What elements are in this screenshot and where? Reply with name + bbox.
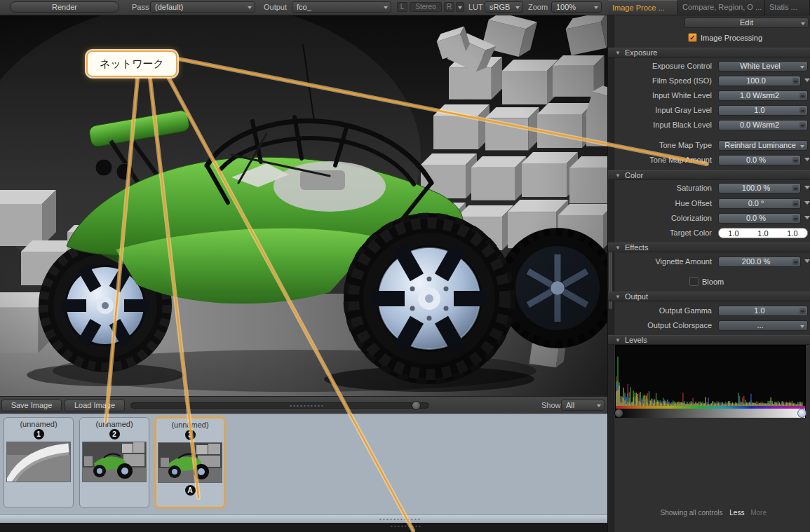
- bloom-checkbox[interactable]: [689, 277, 698, 286]
- saturation-field[interactable]: 100.0 % ◂▸: [718, 183, 801, 193]
- render-button[interactable]: Render: [10, 1, 119, 13]
- tone-map-amount-field[interactable]: 0.0 % ◂▸: [718, 155, 801, 165]
- stereo-options-arrow-button[interactable]: [456, 2, 464, 12]
- section-title: Exposure: [625, 48, 657, 57]
- thumbnail-1[interactable]: (unnamed) 1: [4, 417, 74, 508]
- target-color-r: 1.0: [728, 229, 738, 238]
- thumbnail-2[interactable]: (unnamed) 2: [79, 417, 149, 508]
- saturation-menu-arrow-icon[interactable]: [804, 186, 810, 189]
- value-spinner-icon[interactable]: ◂▸: [792, 200, 799, 207]
- image-processing-toggle-row: ✓ Image Processing: [614, 33, 807, 43]
- thumbnail-name: (unnamed): [95, 420, 133, 428]
- thumbnail-preview: [6, 442, 71, 482]
- preview-scrollbar-handle[interactable]: [412, 401, 421, 410]
- bloom-label: Bloom: [702, 278, 724, 286]
- edit-dropdown[interactable]: Edit: [684, 18, 809, 28]
- colorization-field[interactable]: 0.0 % ◂▸: [718, 213, 801, 224]
- vignette-amount-field[interactable]: 200.0 % ◂▸: [718, 257, 801, 267]
- vignette-amount-menu-arrow-icon[interactable]: [804, 259, 810, 263]
- value-spinner-icon[interactable]: ◂▸: [792, 157, 799, 163]
- output-dropdown[interactable]: fco_: [292, 1, 391, 13]
- target-color-field[interactable]: 1.0 1.0 1.0: [718, 228, 808, 238]
- show-filter-value: All: [566, 401, 574, 409]
- stereo-button[interactable]: Stereo: [410, 2, 442, 12]
- value-spinner-icon[interactable]: ◂▸: [799, 308, 806, 314]
- save-image-button[interactable]: Save Image: [1, 400, 62, 411]
- colorization-menu-arrow-icon[interactable]: [804, 216, 810, 219]
- section-levels[interactable]: ▼ Levels: [608, 335, 810, 345]
- section-exposure[interactable]: ▼ Exposure: [608, 48, 810, 57]
- less-link[interactable]: Less: [729, 509, 744, 517]
- colorization-row: Colorization 0.0 % ◂▸: [614, 213, 807, 224]
- value-spinner-icon[interactable]: ◂▸: [792, 215, 799, 221]
- input-black-field[interactable]: 0.0 W/srm2 ◂▸: [718, 120, 808, 130]
- tone-map-type-dropdown[interactable]: Reinhard Luminance: [718, 140, 808, 151]
- image-processing-checkbox[interactable]: ✓: [688, 33, 697, 42]
- annotation-callout: ネットワーク: [86, 50, 177, 77]
- input-white-field[interactable]: 1.0 W/srm2 ◂▸: [718, 90, 808, 101]
- chevron-down-icon: [800, 325, 804, 328]
- tone-map-amount-value: 0.0 %: [746, 156, 766, 164]
- input-gray-row: Input Gray Level 1.0 ◂▸: [614, 105, 807, 116]
- tab-statistics[interactable]: Statis ...: [765, 0, 810, 15]
- tab-compare-region[interactable]: Compare, Region, O ...: [678, 0, 765, 15]
- exposure-control-row: Exposure Control White Level: [614, 61, 807, 72]
- film-speed-field[interactable]: 100.0 ◂▸: [718, 76, 801, 86]
- levels-gradient-ramp: [616, 409, 805, 418]
- value-spinner-icon[interactable]: ◂▸: [799, 107, 806, 114]
- hue-offset-field[interactable]: 0.0 ° ◂▸: [718, 198, 801, 209]
- film-speed-menu-arrow-icon[interactable]: [804, 79, 810, 82]
- lut-value: sRGB: [490, 3, 510, 11]
- output-colorspace-dropdown[interactable]: ...: [718, 320, 808, 331]
- preview-scrollbar[interactable]: [130, 402, 429, 409]
- thumbnail-name: (unnamed): [20, 420, 57, 428]
- load-image-button[interactable]: Load Image: [65, 400, 125, 411]
- lut-dropdown[interactable]: sRGB: [485, 1, 523, 13]
- thumbnail-number-badge: 3: [185, 430, 196, 440]
- section-effects[interactable]: ▼ Effects: [608, 243, 810, 252]
- more-link[interactable]: More: [750, 509, 767, 517]
- colorization-value: 0.0 %: [746, 214, 766, 222]
- collapse-triangle-icon[interactable]: ▼: [615, 245, 621, 251]
- hue-offset-menu-arrow-icon[interactable]: [804, 201, 810, 205]
- value-spinner-icon[interactable]: ◂▸: [792, 78, 799, 84]
- tone-map-amount-menu-arrow-icon[interactable]: [804, 158, 810, 161]
- input-white-row: Input White Level 1.0 W/srm2 ◂▸: [614, 90, 807, 102]
- section-output[interactable]: ▼ Output: [608, 292, 810, 301]
- value-spinner-icon[interactable]: ◂▸: [799, 93, 806, 99]
- exposure-control-dropdown[interactable]: White Level: [718, 61, 808, 71]
- vignette-amount-row: Vignette Amount 200.0 % ◂▸: [614, 257, 807, 268]
- output-gamma-field[interactable]: 1.0 ◂▸: [718, 306, 808, 316]
- annotation-callout-text: ネットワーク: [100, 57, 164, 71]
- target-color-g: 1.0: [757, 229, 768, 238]
- collapse-triangle-icon[interactable]: ▼: [615, 337, 621, 343]
- levels-histogram[interactable]: [615, 345, 806, 418]
- collapse-triangle-icon[interactable]: ▼: [615, 294, 621, 300]
- stereo-right-button[interactable]: R: [444, 2, 454, 12]
- collapse-triangle-icon[interactable]: ▼: [615, 172, 621, 179]
- thumbnail-3-selected[interactable]: (unnamed) 3 A: [155, 417, 225, 508]
- levels-max-handle[interactable]: [797, 409, 806, 418]
- output-label: Output: [264, 3, 287, 11]
- collapse-triangle-icon[interactable]: ▼: [615, 50, 621, 56]
- value-spinner-icon[interactable]: ◂▸: [792, 185, 799, 191]
- show-filter-dropdown[interactable]: All: [561, 400, 605, 411]
- check-icon: ✓: [689, 34, 695, 41]
- image-history-strip: (unnamed) 1 (unnamed) 2: [0, 414, 607, 514]
- section-color[interactable]: ▼ Color: [608, 170, 810, 180]
- histogram-plot: [616, 346, 805, 406]
- zoom-dropdown[interactable]: 100%: [551, 1, 602, 13]
- input-black-value: 0.0 W/srm2: [740, 121, 779, 129]
- value-spinner-icon[interactable]: ◂▸: [799, 122, 806, 128]
- chevron-down-icon: [594, 6, 598, 9]
- edit-dropdown-value: Edit: [740, 18, 753, 27]
- pass-dropdown[interactable]: (default): [150, 1, 255, 13]
- stereo-left-button[interactable]: L: [397, 2, 407, 12]
- panel-resize-bar[interactable]: [0, 514, 607, 523]
- levels-min-handle[interactable]: [614, 409, 623, 418]
- section-title: Output: [625, 292, 648, 301]
- value-spinner-icon[interactable]: ◂▸: [792, 259, 799, 265]
- input-gray-field[interactable]: 1.0 ◂▸: [718, 105, 808, 116]
- thumbnail-name: (unnamed): [171, 421, 208, 429]
- tab-image-processing[interactable]: Image Proce ...: [608, 0, 678, 15]
